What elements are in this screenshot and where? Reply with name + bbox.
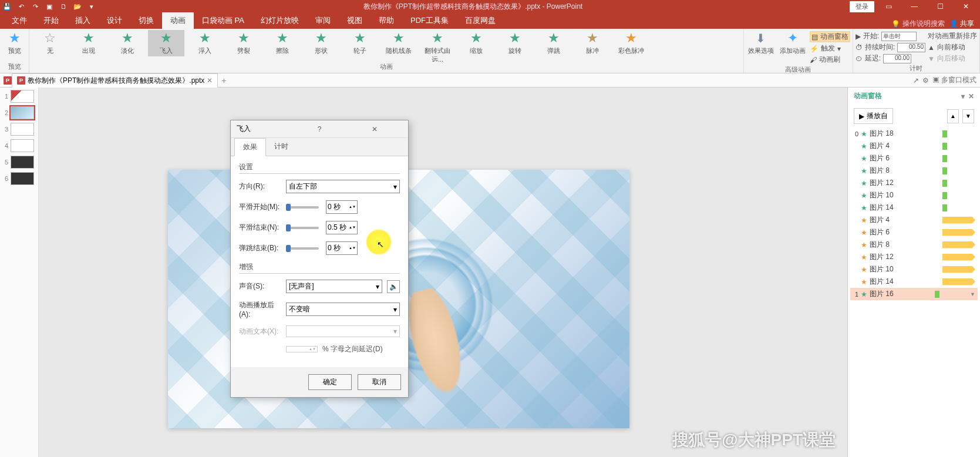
duration-field[interactable]: 00.50 <box>897 43 925 52</box>
anim-item[interactable]: ★图片 12 <box>850 177 978 189</box>
tell-me-search[interactable]: 💡 操作说明搜索 <box>891 19 945 29</box>
effect-弹跳[interactable]: ★弹跳 <box>536 30 572 56</box>
move-later-button[interactable]: ▼ 向后移动 <box>928 53 977 63</box>
redo-icon[interactable]: ↷ <box>31 2 40 11</box>
undo-icon[interactable]: ↶ <box>16 2 26 11</box>
anim-item[interactable]: ★图片 14 <box>850 201 978 214</box>
bounce-end-field[interactable]: 0 秒▲▼ <box>326 241 358 255</box>
anim-item[interactable]: 1★图片 16▼ <box>850 288 978 300</box>
tab-pocket-anim[interactable]: 口袋动画 PA <box>194 12 252 29</box>
preview-button[interactable]: ★ 预览 <box>2 30 26 56</box>
effect-劈裂[interactable]: ★劈裂 <box>225 30 262 56</box>
move-up-button[interactable]: ▲ <box>947 109 959 123</box>
close-tab-icon[interactable]: ✕ <box>207 76 213 85</box>
tab-file[interactable]: 文件 <box>4 12 35 29</box>
multi-window-button[interactable]: ▣ 多窗口模式 <box>932 75 976 85</box>
direction-combo[interactable]: 自左下部▾ <box>286 180 400 193</box>
thumb-6[interactable]: 6 <box>2 172 36 185</box>
chevron-down-icon[interactable]: ▼ <box>970 291 975 297</box>
new-tab-button[interactable]: + <box>221 76 226 85</box>
effect-翻转式由远...[interactable]: ★翻转式由远... <box>419 30 456 62</box>
ribbon-options-icon[interactable]: ▭ <box>877 1 900 12</box>
tab-view[interactable]: 视图 <box>339 12 371 29</box>
open-icon[interactable]: 📂 <box>73 2 82 11</box>
effect-飞入[interactable]: ★飞入 <box>148 30 184 56</box>
anim-item[interactable]: 0★图片 18 <box>850 127 978 140</box>
move-down-button[interactable]: ▼ <box>962 109 974 123</box>
tab-review[interactable]: 审阅 <box>307 12 339 29</box>
effect-彩色脉冲[interactable]: ★彩色脉冲 <box>613 30 649 56</box>
tab-transition[interactable]: 切换 <box>130 12 162 29</box>
effect-淡化[interactable]: ★淡化 <box>109 30 146 56</box>
tab-slideshow[interactable]: 幻灯片放映 <box>252 12 307 29</box>
bounce-end-slider[interactable] <box>286 247 319 250</box>
tab-home[interactable]: 开始 <box>35 12 67 29</box>
anim-item[interactable]: ★图片 10 <box>850 189 978 201</box>
anim-item[interactable]: ★图片 10 <box>850 263 978 275</box>
thumb-2[interactable]: 2 <box>2 106 36 119</box>
effect-脉冲[interactable]: ★脉冲 <box>574 30 611 56</box>
tab-insert[interactable]: 插入 <box>67 12 99 29</box>
anim-item[interactable]: ★图片 4 <box>850 214 978 226</box>
add-animation-button[interactable]: ✦ 添加动画 <box>778 30 807 56</box>
anim-item[interactable]: ★图片 8 <box>850 238 978 251</box>
pane-close-icon[interactable]: ✕ <box>968 92 974 100</box>
share-button[interactable]: 👤 共享 <box>949 19 974 29</box>
thumb-1[interactable]: 1 <box>2 90 36 103</box>
sound-combo[interactable]: [无声音]▾ <box>286 280 382 293</box>
anim-item[interactable]: ★图片 6 <box>850 152 978 164</box>
sound-preview-button[interactable]: 🔈 <box>387 280 400 293</box>
play-from-button[interactable]: ▶ 播放自 <box>854 108 893 124</box>
trigger-button[interactable]: ⚡ 触发 ▾ <box>810 43 850 53</box>
maximize-button[interactable]: ☐ <box>928 1 952 12</box>
effect-options-button[interactable]: ⬇ 效果选项 <box>746 30 776 56</box>
effect-缩放[interactable]: ★缩放 <box>458 30 494 56</box>
document-tab[interactable]: 教你制作《PPT制作超带感科技商务触摸动态效果》.pptx ✕ <box>12 73 218 88</box>
animation-pane-button[interactable]: ▤ 动画窗格 <box>810 31 850 42</box>
ok-button[interactable]: 确定 <box>308 374 352 390</box>
pane-dropdown-icon[interactable]: ▾ <box>961 92 965 100</box>
smooth-end-slider[interactable] <box>286 227 319 229</box>
settings-icon[interactable]: ⚙ <box>922 76 929 85</box>
view-icon[interactable]: ↗ <box>913 76 919 85</box>
start-select[interactable]: 单击时 <box>881 32 917 41</box>
anim-item[interactable]: ★图片 6 <box>850 226 978 238</box>
slideshow-icon[interactable]: ▣ <box>45 2 54 11</box>
effect-擦除[interactable]: ★擦除 <box>264 30 301 56</box>
move-earlier-button[interactable]: ▲ 向前移动 <box>928 42 977 52</box>
effect-无[interactable]: ☆无 <box>32 30 68 56</box>
tab-baidu[interactable]: 百度网盘 <box>457 12 504 29</box>
login-button[interactable]: 登录 <box>850 1 874 12</box>
effect-轮子[interactable]: ★轮子 <box>342 30 378 56</box>
dialog-tab-timing[interactable]: 计时 <box>266 138 297 156</box>
thumb-5[interactable]: 5 <box>2 156 36 169</box>
effect-随机线条[interactable]: ★随机线条 <box>380 30 417 56</box>
effect-旋转[interactable]: ★旋转 <box>497 30 533 56</box>
thumb-3[interactable]: 3 <box>2 123 36 136</box>
dialog-help-icon[interactable]: ? <box>292 125 347 133</box>
smooth-start-field[interactable]: 0 秒▲▼ <box>326 200 358 214</box>
dialog-close-icon[interactable]: ✕ <box>347 125 402 133</box>
dialog-tab-effect[interactable]: 效果 <box>234 138 266 156</box>
effect-出现[interactable]: ★出现 <box>70 30 107 56</box>
delay-field[interactable]: 00.00 <box>883 54 911 63</box>
animation-painter-button[interactable]: 🖌 动画刷 <box>810 55 850 65</box>
cancel-button[interactable]: 取消 <box>358 374 401 390</box>
anim-item[interactable]: ★图片 4 <box>850 140 978 152</box>
anim-item[interactable]: ★图片 8 <box>850 164 978 177</box>
smooth-start-slider[interactable] <box>286 206 319 209</box>
minimize-button[interactable]: — <box>902 1 926 12</box>
new-icon[interactable]: 🗋 <box>59 2 68 11</box>
tab-animation[interactable]: 动画 <box>162 12 194 29</box>
tab-design[interactable]: 设计 <box>99 12 130 29</box>
close-button[interactable]: ✕ <box>954 1 978 12</box>
qat-more-icon[interactable]: ▾ <box>87 2 96 11</box>
thumb-4[interactable]: 4 <box>2 139 36 152</box>
effect-形状[interactable]: ★形状 <box>303 30 339 56</box>
effect-浮入[interactable]: ★浮入 <box>187 30 223 56</box>
anim-item[interactable]: ★图片 12 <box>850 251 978 263</box>
after-anim-combo[interactable]: 不变暗▾ <box>286 303 400 316</box>
tab-help[interactable]: 帮助 <box>371 12 402 29</box>
tab-pdf[interactable]: PDF工具集 <box>402 12 457 29</box>
save-icon[interactable]: 💾 <box>2 2 12 11</box>
